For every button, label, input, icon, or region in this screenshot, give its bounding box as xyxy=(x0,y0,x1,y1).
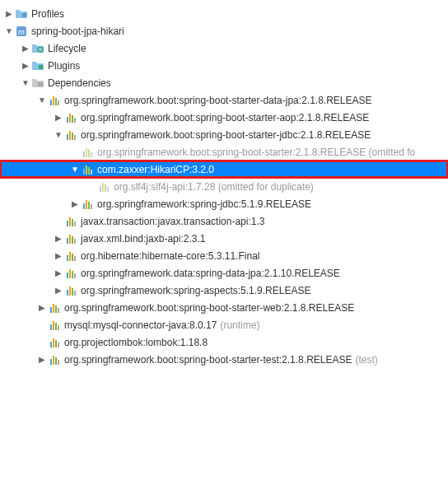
jar-icon xyxy=(48,301,61,315)
jar-icon xyxy=(48,319,61,332)
chevron-right-icon[interactable]: ▶ xyxy=(36,302,48,314)
tree-row-d1c[interactable]: javax.transaction:javax.transaction-api:… xyxy=(0,212,448,230)
chevron-right-icon[interactable]: ▶ xyxy=(20,60,31,72)
jar-icon xyxy=(48,94,61,107)
tree-row-d1e[interactable]: ▶org.hibernate:hibernate-core:5.3.11.Fin… xyxy=(0,247,448,264)
tree-row-d1[interactable]: ▼org.springframework.boot:spring-boot-st… xyxy=(0,91,448,109)
folder-deps-icon xyxy=(31,77,44,90)
folder-plugins-icon xyxy=(31,59,44,72)
jar-icon xyxy=(64,128,77,142)
tree-label: org.springframework.data:spring-data-jpa… xyxy=(81,268,340,279)
chevron-down-icon[interactable]: ▼ xyxy=(3,26,15,37)
tree-label: org.springframework.boot:spring-boot-sta… xyxy=(81,129,371,141)
svg-rect-4 xyxy=(39,65,43,69)
tree-label: org.springframework.boot:spring-boot-sta… xyxy=(97,147,415,158)
tree-label: org.hibernate:hibernate-core:5.3.11.Fina… xyxy=(81,250,259,262)
chevron-right-icon[interactable]: ▶ xyxy=(53,250,64,262)
tree-row-d3[interactable]: mysql:mysql-connector-java:8.0.17(runtim… xyxy=(0,316,448,333)
jar-dim-icon xyxy=(97,180,110,193)
dependency-tree: ▶ Profiles▼ m spring-boot-jpa-hikari▶ Li… xyxy=(0,0,448,368)
chevron-right-icon[interactable]: ▶ xyxy=(36,354,48,366)
tree-row-d1b2[interactable]: ▼com.zaxxer:HikariCP:3.2.0 xyxy=(0,161,448,178)
chevron-down-icon[interactable]: ▼ xyxy=(69,164,81,175)
jar-icon xyxy=(48,353,61,366)
tree-label: org.slf4j:slf4j-api:1.7.28 (omitted for … xyxy=(114,181,314,193)
chevron-right-icon[interactable]: ▶ xyxy=(53,112,64,123)
tree-row-plugins[interactable]: ▶ Plugins xyxy=(0,57,448,74)
tree-label: javax.xml.bind:jaxb-api:2.3.1 xyxy=(81,233,205,245)
tree-row-d1g[interactable]: ▶org.springframework:spring-aspects:5.1.… xyxy=(0,282,448,299)
tree-row-d1f[interactable]: ▶org.springframework.data:spring-data-jp… xyxy=(0,264,448,282)
tree-label: Profiles xyxy=(31,8,64,20)
chevron-right-icon[interactable]: ▶ xyxy=(3,8,15,20)
tree-label: Plugins xyxy=(48,60,80,72)
tree-label: org.springframework:spring-aspects:5.1.9… xyxy=(81,285,310,296)
jar-icon xyxy=(64,232,77,245)
chevron-right-icon[interactable]: ▶ xyxy=(53,233,64,245)
tree-label: spring-boot-jpa-hikari xyxy=(31,26,124,37)
folder-profiles-icon xyxy=(15,7,28,21)
tree-label: org.springframework.boot:spring-boot-sta… xyxy=(64,302,354,314)
tree-row-d5[interactable]: ▶org.springframework.boot:spring-boot-st… xyxy=(0,351,448,368)
chevron-right-icon[interactable]: ▶ xyxy=(20,43,31,54)
tree-label: Lifecycle xyxy=(48,43,86,54)
jar-icon xyxy=(64,249,77,263)
maven-icon: m xyxy=(15,25,28,38)
tree-row-d4[interactable]: org.projectlombok:lombok:1.18.8 xyxy=(0,333,448,351)
tree-row-profiles[interactable]: ▶ Profiles xyxy=(0,5,448,22)
tree-label: org.springframework:spring-jdbc:5.1.9.RE… xyxy=(97,198,311,210)
tree-row-d1b3[interactable]: ▶org.springframework:spring-jdbc:5.1.9.R… xyxy=(0,195,448,212)
jar-icon xyxy=(81,163,94,176)
tree-row-d1b1[interactable]: org.springframework.boot:spring-boot-sta… xyxy=(0,143,448,161)
tree-label: org.projectlombok:lombok:1.18.8 xyxy=(64,337,208,348)
chevron-down-icon[interactable]: ▼ xyxy=(53,129,64,141)
jar-dim-icon xyxy=(81,146,94,159)
tree-row-d1b2a[interactable]: org.slf4j:slf4j-api:1.7.28 (omitted for … xyxy=(0,178,448,195)
jar-icon xyxy=(48,336,61,349)
jar-icon xyxy=(64,215,77,228)
scope-label: (runtime) xyxy=(220,319,259,331)
jar-icon xyxy=(64,284,77,297)
tree-row-d2[interactable]: ▶org.springframework.boot:spring-boot-st… xyxy=(0,299,448,316)
tree-label: Dependencies xyxy=(48,77,111,89)
tree-row-project[interactable]: ▼ m spring-boot-jpa-hikari xyxy=(0,22,448,40)
tree-label: mysql:mysql-connector-java:8.0.17 xyxy=(64,319,217,331)
tree-row-d1d[interactable]: ▶javax.xml.bind:jaxb-api:2.3.1 xyxy=(0,230,448,247)
tree-row-d1b[interactable]: ▼org.springframework.boot:spring-boot-st… xyxy=(0,126,448,143)
svg-rect-0 xyxy=(22,13,26,17)
tree-label: org.springframework.boot:spring-boot-sta… xyxy=(64,354,352,366)
tree-row-d1a[interactable]: ▶org.springframework.boot:spring-boot-st… xyxy=(0,109,448,126)
chevron-right-icon[interactable]: ▶ xyxy=(69,198,81,210)
tree-label: javax.transaction:javax.transaction-api:… xyxy=(81,216,264,227)
chevron-down-icon[interactable]: ▼ xyxy=(36,95,48,106)
jar-icon xyxy=(64,267,77,280)
chevron-right-icon[interactable]: ▶ xyxy=(53,285,64,296)
svg-rect-5 xyxy=(38,82,43,86)
tree-row-deps[interactable]: ▼ Dependencies xyxy=(0,74,448,91)
scope-label: (test) xyxy=(356,354,378,366)
tree-label: com.zaxxer:HikariCP:3.2.0 xyxy=(97,164,214,175)
svg-text:m: m xyxy=(18,28,25,36)
tree-label: org.springframework.boot:spring-boot-sta… xyxy=(64,95,372,106)
tree-row-lifecycle[interactable]: ▶ Lifecycle xyxy=(0,40,448,57)
tree-label: org.springframework.boot:spring-boot-sta… xyxy=(81,112,369,123)
jar-icon xyxy=(81,198,94,211)
chevron-down-icon[interactable]: ▼ xyxy=(20,77,31,89)
chevron-right-icon[interactable]: ▶ xyxy=(53,268,64,279)
folder-lifecycle-icon xyxy=(31,42,44,55)
jar-icon xyxy=(64,111,77,124)
